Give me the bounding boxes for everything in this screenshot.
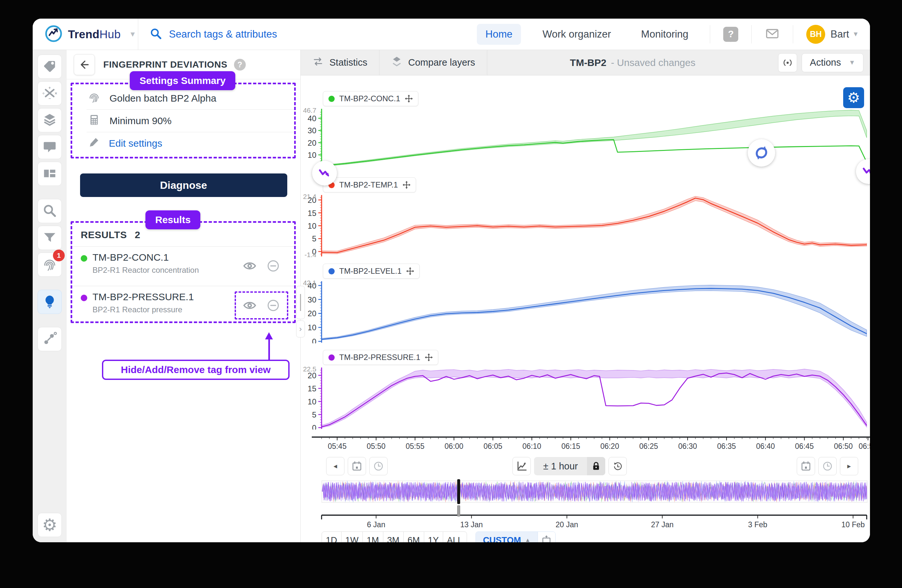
rail-fingerprint-button[interactable]: 1 [38, 252, 62, 277]
svg-text:06:15: 06:15 [561, 442, 580, 450]
formula-icon: + − ÷ × [42, 86, 57, 102]
nav-tab-work-organizer[interactable]: Work organizer [534, 24, 620, 45]
rail-layers-button[interactable] [38, 108, 62, 132]
remove-tag-button[interactable] [266, 259, 280, 273]
range-1y-button[interactable]: 1Y [424, 532, 443, 542]
time-start-button[interactable] [369, 457, 388, 475]
result-actions-highlighted [235, 291, 288, 319]
svg-text:21.4: 21.4 [303, 194, 316, 200]
edit-settings-link[interactable]: Edit settings [72, 133, 294, 153]
rail-context-items-button[interactable] [38, 327, 62, 351]
custom-range-group: CUSTOM▲ [476, 532, 556, 542]
nav-tab-monitoring[interactable]: Monitoring [633, 24, 697, 45]
panel-resize-grip[interactable] [296, 286, 305, 319]
svg-text:20: 20 [307, 309, 316, 318]
rail-search-button[interactable] [38, 199, 62, 223]
statistics-icon [312, 56, 324, 69]
performance-chart-button[interactable] [512, 457, 531, 475]
move-icon[interactable] [405, 95, 413, 103]
series-chip-label: TM-BP2-PRESSURE.1 [339, 353, 420, 362]
range-1w-button[interactable]: 1W [341, 532, 363, 542]
time-range-label[interactable]: ± 1 hour [534, 461, 587, 472]
pan-right-button[interactable]: ▸ [840, 457, 858, 475]
visibility-toggle-button[interactable] [243, 259, 257, 273]
statistics-button[interactable]: Statistics [301, 50, 379, 75]
search-input[interactable] [168, 28, 364, 41]
result-row-conc: TM-BP2-CONC.1 BP2-R1 Reactor concentrati… [72, 247, 294, 280]
overview-strip[interactable] [322, 480, 868, 503]
series-chip-TM-BP2-PRESSURE.1[interactable]: TM-BP2-PRESSURE.1 [323, 350, 438, 365]
time-end-button[interactable] [818, 457, 837, 475]
clock-icon [822, 461, 833, 472]
range-1d-button[interactable]: 1D [322, 532, 341, 542]
svg-text:06:30: 06:30 [678, 442, 697, 450]
app-logo[interactable]: TrendHub ▼ [33, 25, 138, 44]
rail-comments-button[interactable] [38, 135, 62, 159]
chart-plot-TM-BP2-LEVEL.1[interactable]: 01020304042.1 [301, 281, 870, 343]
tag-icon [42, 59, 57, 75]
range-3m-button[interactable]: 3M [383, 532, 404, 542]
lock-range-button[interactable] [587, 457, 605, 475]
move-icon[interactable] [425, 353, 433, 361]
move-icon[interactable] [402, 181, 410, 189]
svg-text:06:50: 06:50 [834, 442, 853, 450]
user-menu[interactable]: BH Bart ▼ [806, 25, 859, 44]
mail-icon[interactable] [765, 26, 780, 42]
calendar-icon [800, 461, 811, 472]
current-view-handle[interactable] [457, 505, 460, 516]
svg-text:06:20: 06:20 [600, 442, 619, 450]
logo-chevron-down-icon[interactable]: ▼ [129, 30, 136, 39]
calendar-icon [351, 461, 362, 472]
pan-left-button[interactable]: ◂ [326, 457, 345, 475]
rail-formulas-button[interactable]: + − ÷ × [38, 81, 62, 105]
calendar-start-button[interactable] [348, 457, 366, 475]
svg-text:05:45: 05:45 [328, 442, 347, 450]
rail-filter-button[interactable] [38, 226, 62, 250]
series-chip-TM-BP2-CONC.1[interactable]: TM-BP2-CONC.1 [323, 91, 418, 106]
help-icon[interactable]: ? [234, 59, 246, 70]
rail-recommendations-button[interactable] [38, 290, 62, 314]
svg-text:05:55: 05:55 [406, 442, 424, 450]
panel-collapse-button[interactable]: › [296, 321, 305, 338]
rail-settings-button[interactable]: ⚙ [38, 513, 62, 537]
custom-range-button[interactable]: CUSTOM▲ [476, 532, 538, 542]
range-6m-button[interactable]: 6M [403, 532, 424, 542]
current-view-marker[interactable] [457, 479, 460, 504]
chart-settings-button[interactable]: ⚙ [843, 87, 864, 108]
visibility-toggle-button[interactable] [243, 298, 257, 313]
rail-dashboard-button[interactable] [38, 162, 62, 186]
range-all-button[interactable]: ALL [443, 532, 467, 542]
chart-plot-TM-BP2-PRESSURE.1[interactable]: 0510152022.5 [301, 367, 870, 430]
move-icon[interactable] [406, 267, 414, 275]
svg-text:×: × [55, 91, 57, 95]
x-axis[interactable]: 05:4505:5005:5506:0006:0506:1006:1506:20… [301, 436, 870, 451]
series-chip-TM-BP2-LEVEL.1[interactable]: TM-BP2-LEVEL.1 [323, 264, 420, 278]
nav-tab-home[interactable]: Home [477, 24, 521, 45]
calendar-end-button[interactable] [797, 457, 815, 475]
svg-text:10 Feb: 10 Feb [841, 521, 865, 529]
broadcast-button[interactable] [778, 53, 797, 72]
chart-plot-TM-BP2-TEMP.1[interactable]: 0510152021.4-1.4 [301, 194, 870, 257]
global-search[interactable] [138, 27, 477, 42]
fit-range-button[interactable] [538, 532, 555, 542]
series-chip-TM-BP2-TEMP.1[interactable]: TM-BP2-TEMP.1 [323, 177, 416, 192]
range-1m-button[interactable]: 1M [362, 532, 384, 542]
back-button[interactable] [74, 54, 95, 75]
history-button[interactable] [609, 457, 627, 475]
series-color-dot [329, 268, 335, 274]
search-icon [149, 27, 163, 42]
rail-tags-button[interactable] [38, 55, 62, 79]
svg-text:10: 10 [307, 323, 316, 332]
refresh-layers-button[interactable] [748, 139, 775, 167]
svg-text:40: 40 [307, 114, 316, 123]
settings-fingerprint-row: Golden batch BP2 Alpha [72, 88, 294, 108]
remove-tag-button[interactable] [266, 298, 280, 313]
diagnose-button[interactable]: Diagnose [80, 174, 287, 197]
compare-layers-button[interactable]: Compare layers [379, 50, 487, 75]
chart-plot-TM-BP2-CONC.1[interactable]: 1020304046.7 [301, 108, 870, 171]
actions-button[interactable]: Actions ▼ [802, 53, 863, 72]
help-icon[interactable]: ? [723, 27, 738, 42]
previous-deviation-button[interactable] [312, 161, 337, 186]
divider [710, 25, 710, 44]
settings-summary-annotation-box: Settings Summary Golden batch BP2 Alpha … [70, 83, 296, 158]
